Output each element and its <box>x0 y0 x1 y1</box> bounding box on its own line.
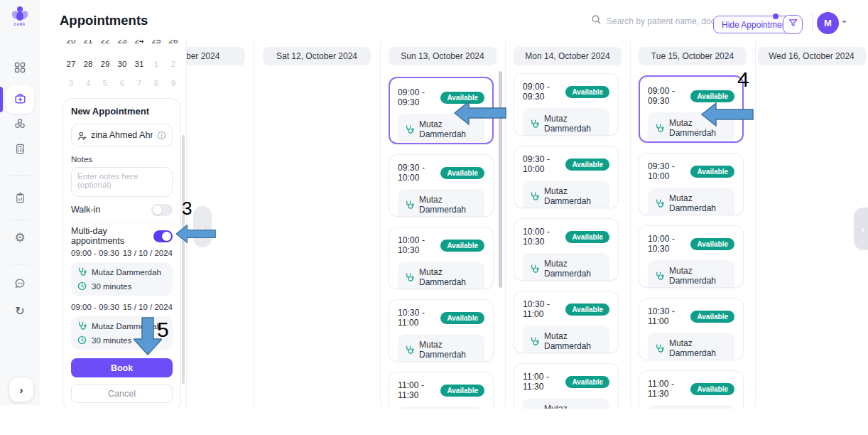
care-flower-icon <box>11 6 28 22</box>
sidebar-item-billing[interactable] <box>0 136 40 164</box>
sidebar-item-network[interactable] <box>0 111 40 139</box>
day-column-header-label: Sun 13, October 2024 <box>401 51 484 61</box>
walkin-toggle[interactable] <box>151 204 173 216</box>
mini-calendar-day[interactable]: 7 <box>131 75 148 92</box>
sidebar-item-messages[interactable] <box>0 271 40 299</box>
walkin-row: Walk-in <box>71 204 173 215</box>
mini-calendar-day[interactable]: 30 <box>114 55 131 72</box>
appointment-slot-card[interactable]: 10:30 - 11:00 Available Mutaz Dammerdah … <box>514 291 619 353</box>
mini-calendar-day[interactable]: 4 <box>80 75 97 92</box>
slot-details: Mutaz Dammerdah 30 minutes <box>398 334 484 362</box>
mini-calendar-clipped-row: 20212223242526 <box>63 39 182 50</box>
sidebar-expand-button[interactable]: › <box>9 377 33 402</box>
day-column-header-label: ber 2024 <box>186 51 219 61</box>
chevron-down-icon[interactable]: › <box>840 20 850 23</box>
mini-calendar-day[interactable]: 1 <box>148 55 165 72</box>
app-logo: CARE <box>0 6 40 26</box>
annotation-step-4: 4 <box>737 69 749 90</box>
mini-calendar-day[interactable]: 23 <box>114 39 131 49</box>
slot-details: Mutaz Dammerdah 30 minutes <box>648 260 734 288</box>
availability-badge: Available <box>690 383 734 395</box>
right-drawer-tab[interactable]: › <box>854 208 868 250</box>
appointment-slot-card[interactable]: 09:30 - 10:00 Available Mutaz Dammerdah … <box>639 153 744 215</box>
availability-badge: Available <box>565 304 609 316</box>
annotation-step-3: 3 <box>182 199 192 218</box>
panel-scrollbar[interactable] <box>182 135 185 384</box>
day-column-header-label: Wed 16, October 2024 <box>769 51 855 61</box>
sidebar-item-dashboard[interactable] <box>0 55 40 83</box>
day-column-header: Wed 16, October 2024 <box>758 47 866 65</box>
slot-details: Mutaz Dammerdah 30 minutes <box>398 189 484 217</box>
multiday-toggle[interactable] <box>153 230 173 242</box>
appointment-slot-card[interactable]: 09:30 - 10:00 Available Mutaz Dammerdah … <box>514 146 619 208</box>
slot-details: Mutaz Dammerdah 30 minutes <box>523 398 609 409</box>
mini-calendar-day[interactable]: 22 <box>97 39 114 49</box>
book-button[interactable]: Book <box>71 358 173 377</box>
annotation-arrow-left-tue-card <box>700 102 754 127</box>
column-divider <box>630 41 631 407</box>
app-window: ber 2024Sat 12, October 2024Sun 13, Octo… <box>0 0 868 409</box>
appointment-slot-card[interactable]: 10:30 - 11:00 Available Mutaz Dammerdah … <box>639 298 744 360</box>
mini-calendar-day[interactable]: 24 <box>131 39 148 49</box>
panel-slot-time: 09:00 - 09:30 <box>71 249 119 257</box>
stethoscope-icon <box>77 267 87 276</box>
mini-calendar-day[interactable]: 28 <box>80 55 97 72</box>
mini-calendar-day[interactable]: 25 <box>148 39 165 49</box>
slot-time: 11:00 - 11:30 <box>523 372 565 392</box>
appointment-slot-card[interactable]: 10:30 - 11:00 Available Mutaz Dammerdah … <box>389 299 494 362</box>
slot-card-header: 09:30 - 10:00 Available <box>648 161 734 181</box>
mini-calendar-day[interactable]: 20 <box>63 39 80 49</box>
filter-button[interactable] <box>783 15 803 34</box>
sidebar-divider <box>10 175 30 176</box>
mini-calendar-day[interactable]: 3 <box>63 75 80 92</box>
slot-card-header: 10:30 - 11:00 Available <box>648 306 734 326</box>
sidebar-item-appointments[interactable] <box>0 85 40 114</box>
annotation-arrow-left-multiday <box>176 222 216 246</box>
patient-field[interactable]: zina Ahmed Ahmed <box>71 124 173 146</box>
slot-card-header: 10:00 - 10:30 Available <box>523 227 609 247</box>
mini-calendar-day[interactable]: 8 <box>148 75 165 92</box>
appointment-slot-card[interactable]: 09:00 - 09:30 Available Mutaz Dammerdah … <box>514 73 619 136</box>
annotation-arrow-down-book <box>134 317 162 355</box>
day-column-header-label: Sat 12, October 2024 <box>276 51 357 61</box>
sidebar-item-reports[interactable] <box>0 185 40 213</box>
slot-details: Mutaz Dammerdah 30 minutes <box>523 181 609 208</box>
cancel-button[interactable]: Cancel <box>71 384 173 403</box>
appointment-slot-card[interactable]: 10:00 - 10:30 Available Mutaz Dammerdah … <box>389 227 494 289</box>
notes-textarea[interactable]: Enter notes here (optional) <box>71 167 173 197</box>
stethoscope-icon <box>530 119 539 129</box>
appointment-slot-card[interactable]: 11:00 - 11:30 Available Mutaz Dammerdah … <box>639 370 744 409</box>
app-sidebar: CARE <box>0 0 40 405</box>
sidebar-divider <box>10 264 30 264</box>
mini-calendar-day[interactable]: 21 <box>80 39 97 49</box>
appointment-slot-card[interactable]: 09:30 - 10:00 Available Mutaz Dammerdah … <box>389 154 494 217</box>
slot-time: 09:30 - 10:00 <box>523 154 565 174</box>
calculator-icon <box>15 144 26 157</box>
availability-badge: Available <box>565 231 609 243</box>
slot-time: 10:30 - 11:00 <box>648 306 690 326</box>
mini-calendar-day[interactable]: 2 <box>165 55 182 72</box>
mini-calendar-day[interactable]: 5 <box>97 75 114 92</box>
mini-calendar-day[interactable]: 27 <box>63 55 80 72</box>
slot-time: 10:30 - 11:00 <box>523 299 565 319</box>
slot-details: Mutaz Dammerdah 30 minutes <box>523 253 609 281</box>
chevron-right-icon: › <box>862 224 864 235</box>
appointment-slot-card[interactable]: 10:00 - 10:30 Available Mutaz Dammerdah … <box>514 218 619 281</box>
mini-calendar-day[interactable]: 31 <box>131 55 148 72</box>
info-icon[interactable] <box>157 131 166 140</box>
doctor-name: Mutaz Dammerdah <box>544 404 602 409</box>
appointment-slot-card[interactable]: 10:00 - 10:30 Available Mutaz Dammerdah … <box>639 225 744 288</box>
mini-calendar-day[interactable]: 9 <box>165 75 182 92</box>
mini-calendar-day[interactable]: 26 <box>165 39 182 49</box>
sidebar-item-settings[interactable]: ⚙ <box>0 223 40 252</box>
appointment-slot-card[interactable]: 11:00 - 11:30 Available Mutaz Dammerdah … <box>389 372 494 409</box>
doctor-row: Mutaz Dammerdah <box>530 186 602 206</box>
appointment-slot-card[interactable]: 11:00 - 11:30 Available Mutaz Dammerdah … <box>514 363 619 409</box>
mini-calendar-day[interactable]: 6 <box>114 75 131 92</box>
search-box[interactable] <box>591 14 713 28</box>
user-avatar[interactable]: M <box>817 12 839 34</box>
search-input[interactable] <box>607 16 713 26</box>
availability-badge: Available <box>690 238 734 250</box>
mini-calendar-day[interactable]: 29 <box>97 55 114 72</box>
sidebar-item-refresh[interactable]: ↻ <box>0 297 40 326</box>
